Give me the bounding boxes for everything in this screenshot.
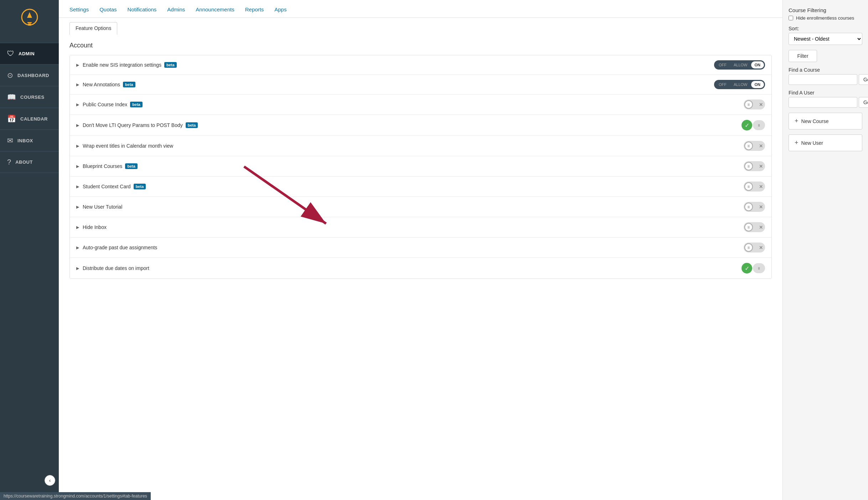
controls-annotations[interactable]: OFF ALLOW ON	[714, 80, 765, 89]
sidebar-item-courses[interactable]: 📖 COURSES	[0, 86, 59, 108]
feature-row-course-index: ▶ Public Course Index beta ⏸ ✕	[70, 95, 771, 115]
triple-toggle-annotations[interactable]: OFF ALLOW ON	[714, 80, 765, 89]
toggle-allow-annotations[interactable]: ALLOW	[730, 81, 751, 88]
expand-icon-annotations[interactable]: ▶	[76, 82, 79, 87]
tab-settings[interactable]: Settings	[69, 6, 89, 17]
main-area: Settings Quotas Notifications Admins Ann…	[59, 0, 868, 500]
find-course-go-button[interactable]: Go	[859, 74, 868, 85]
expand-icon-user-tutorial[interactable]: ▶	[76, 205, 79, 209]
tab-quotas[interactable]: Quotas	[99, 6, 117, 17]
tab-apps[interactable]: Apps	[274, 6, 286, 17]
expand-icon-hide-inbox[interactable]: ▶	[76, 225, 79, 230]
center-content: Settings Quotas Notifications Admins Ann…	[59, 0, 782, 500]
new-course-plus-icon: +	[795, 117, 799, 125]
new-user-plus-icon: +	[795, 139, 799, 147]
toggle-knob-wrap-event: ⏸	[744, 142, 753, 150]
expand-icon-course-index[interactable]: ▶	[76, 102, 79, 107]
filter-button[interactable]: Filter	[789, 50, 817, 62]
feature-name-hide-inbox: Hide Inbox	[83, 224, 744, 230]
expand-icon-wrap-event[interactable]: ▶	[76, 144, 79, 148]
sidebar-label-dashboard: DASHBOARD	[17, 73, 49, 78]
filter-btn-section: Filter	[789, 50, 862, 62]
svg-rect-2	[27, 22, 32, 23]
expand-icon-blueprint[interactable]: ▶	[76, 164, 79, 169]
toggle-off-annotations[interactable]: OFF	[715, 81, 730, 88]
new-course-button[interactable]: + New Course	[789, 113, 862, 129]
sidebar-item-admin[interactable]: 🛡 ADMIN	[0, 43, 59, 64]
expand-icon-auto-grade[interactable]: ▶	[76, 245, 79, 250]
hide-enrollmentless-checkbox[interactable]	[789, 16, 793, 20]
green-toggle-lti[interactable]: ✓ ⏸	[742, 120, 765, 131]
find-user-go-button[interactable]: Go	[859, 97, 868, 108]
sidebar-item-calendar[interactable]: 📅 CALENDAR	[0, 108, 59, 129]
tab-announcements[interactable]: Announcements	[196, 6, 234, 17]
find-user-input[interactable]	[789, 97, 857, 108]
simple-toggle-course-index[interactable]: ⏸ ✕	[744, 100, 765, 109]
controls-blueprint[interactable]: ⏸ ✕	[744, 161, 765, 171]
feature-name-auto-grade: Auto-grade past due assignments	[83, 245, 744, 250]
feature-row-student-context: ▶ Student Context Card beta ⏸ ✕	[70, 177, 771, 197]
sidebar-label-inbox: INBOX	[17, 138, 33, 143]
sidebar-item-inbox[interactable]: ✉ INBOX	[0, 129, 59, 151]
courses-icon: 📖	[7, 93, 16, 101]
badge-blueprint: beta	[125, 163, 138, 169]
feature-name-lti: Don't Move LTI Query Params to POST Body…	[83, 122, 742, 128]
course-filtering-title: Course Filtering	[789, 7, 862, 13]
expand-icon-lti[interactable]: ▶	[76, 123, 79, 128]
feature-row-hide-inbox: ▶ Hide Inbox ⏸ ✕	[70, 217, 771, 238]
controls-sis[interactable]: OFF ALLOW ON	[714, 60, 765, 70]
toggle-pause-lti: ⏸	[753, 120, 765, 130]
badge-sis: beta	[164, 62, 177, 68]
expand-icon-student-context[interactable]: ▶	[76, 184, 79, 189]
sidebar-item-dashboard[interactable]: ⊙ DASHBOARD	[0, 64, 59, 86]
triple-toggle-sis[interactable]: OFF ALLOW ON	[714, 60, 765, 70]
toggle-on-sis[interactable]: ON	[751, 61, 764, 68]
controls-course-index[interactable]: ⏸ ✕	[744, 100, 765, 109]
sort-section: Sort: Newest - Oldest Oldest - Newest A-…	[789, 26, 862, 45]
toggle-allow-sis[interactable]: ALLOW	[730, 61, 751, 68]
sidebar-label-calendar: CALENDAR	[20, 116, 48, 122]
sidebar-item-about[interactable]: ? ABOUT	[0, 151, 59, 173]
hide-enrollmentless-row[interactable]: Hide enrollmentless courses	[789, 15, 862, 21]
controls-user-tutorial[interactable]: ⏸ ✕	[744, 202, 765, 212]
simple-toggle-blueprint[interactable]: ⏸ ✕	[744, 161, 765, 171]
controls-hide-inbox[interactable]: ⏸ ✕	[744, 222, 765, 232]
simple-toggle-hide-inbox[interactable]: ⏸ ✕	[744, 222, 765, 232]
svg-marker-1	[27, 12, 32, 18]
feature-name-user-tutorial: New User Tutorial	[83, 204, 744, 210]
simple-toggle-auto-grade[interactable]: ⏸ ✕	[744, 243, 765, 252]
sort-select[interactable]: Newest - Oldest Oldest - Newest A-Z Z-A	[789, 33, 862, 45]
content-body: Account ▶ Enable new SIS integration set…	[59, 35, 782, 500]
expand-icon-distribute-dates[interactable]: ▶	[76, 266, 79, 271]
simple-toggle-user-tutorial[interactable]: ⏸ ✕	[744, 202, 765, 212]
tab-feature-options[interactable]: Feature Options	[69, 22, 117, 35]
expand-icon-sis[interactable]: ▶	[76, 63, 79, 67]
controls-lti[interactable]: ✓ ⏸	[742, 120, 765, 131]
controls-auto-grade[interactable]: ⏸ ✕	[744, 243, 765, 252]
new-user-label: New User	[801, 140, 823, 146]
tab-reports[interactable]: Reports	[245, 6, 264, 17]
toggle-on-annotations[interactable]: ON	[751, 81, 764, 88]
tab-admins[interactable]: Admins	[167, 6, 185, 17]
find-course-section: Find a Course Go	[789, 67, 862, 85]
find-course-input[interactable]	[789, 74, 857, 85]
toggle-off-sis[interactable]: OFF	[715, 61, 730, 68]
calendar-icon: 📅	[7, 114, 16, 123]
feature-row-blueprint: ▶ Blueprint Courses beta ⏸ ✕	[70, 156, 771, 177]
green-toggle-distribute[interactable]: ✓ ⏸	[742, 263, 765, 274]
new-user-button[interactable]: + New User	[789, 134, 862, 151]
toggle-x-course-index: ✕	[759, 102, 763, 107]
hide-enrollmentless-label: Hide enrollmentless courses	[796, 15, 854, 21]
simple-toggle-student-context[interactable]: ⏸ ✕	[744, 182, 765, 192]
tab-notifications[interactable]: Notifications	[128, 6, 157, 17]
controls-wrap-event[interactable]: ⏸ ✕	[744, 141, 765, 151]
toggle-x-hide-inbox: ✕	[759, 225, 763, 230]
controls-distribute-dates[interactable]: ✓ ⏸	[742, 263, 765, 274]
sidebar-collapse-button[interactable]: ‹	[45, 475, 55, 486]
feature-row-lti: ▶ Don't Move LTI Query Params to POST Bo…	[70, 115, 771, 136]
sort-label: Sort:	[789, 26, 862, 31]
simple-toggle-wrap-event[interactable]: ⏸ ✕	[744, 141, 765, 151]
controls-student-context[interactable]: ⏸ ✕	[744, 182, 765, 192]
badge-student-context: beta	[134, 184, 146, 189]
toggle-x-blueprint: ✕	[759, 164, 763, 169]
